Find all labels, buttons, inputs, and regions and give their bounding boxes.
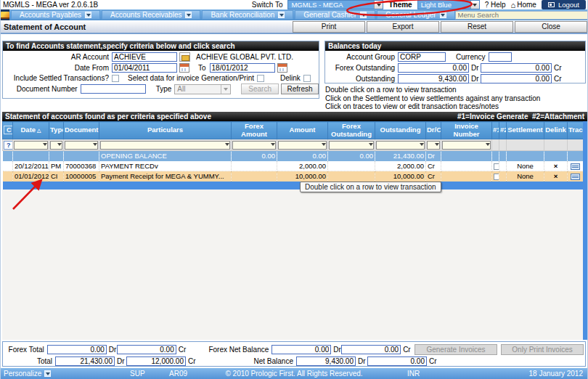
settlement-link[interactable]: None bbox=[507, 161, 544, 171]
column-header-particulars[interactable]: Particulars bbox=[99, 122, 232, 139]
date-to-input[interactable] bbox=[210, 63, 275, 73]
menu-general-cashier[interactable]: General Cashier bbox=[295, 10, 375, 20]
export-button[interactable]: Export bbox=[367, 21, 439, 33]
table-row-focus-strip[interactable] bbox=[3, 182, 584, 190]
column-header-forex-amount[interactable]: Forex Amount bbox=[232, 122, 277, 139]
column-header-outstanding[interactable]: Outstanding bbox=[375, 122, 426, 139]
column-header-date[interactable]: Date△ bbox=[13, 122, 49, 139]
filter-icon[interactable] bbox=[486, 143, 490, 146]
refresh-button[interactable]: Refresh bbox=[281, 83, 319, 94]
filter-forex-amount-input[interactable] bbox=[232, 141, 276, 150]
menu-search-input[interactable] bbox=[455, 11, 588, 20]
filter-icon[interactable] bbox=[93, 143, 97, 146]
filter-invoice-number-input[interactable] bbox=[442, 141, 491, 150]
help-link[interactable]: ? Help bbox=[485, 1, 506, 9]
account-lookup-icon[interactable] bbox=[179, 52, 190, 62]
calendar-icon[interactable] bbox=[179, 63, 189, 73]
switch-to-select[interactable]: MGMLS - MEGA bbox=[287, 0, 383, 9]
outstanding-cr-input[interactable] bbox=[481, 74, 552, 83]
forex-total-dr-input[interactable] bbox=[47, 345, 107, 354]
filter-help-icon[interactable]: ? bbox=[4, 141, 13, 150]
menu-bank-reconciliation[interactable]: Bank Reconciliation bbox=[202, 10, 293, 20]
column-header-amount[interactable]: Amount bbox=[277, 122, 328, 139]
total-dr-input[interactable] bbox=[55, 356, 115, 366]
row-selector-cell[interactable] bbox=[3, 161, 13, 171]
invoice-generate-checkbox[interactable] bbox=[494, 163, 499, 170]
delink-action[interactable]: × bbox=[544, 171, 568, 182]
print-button[interactable]: Print bbox=[293, 21, 365, 33]
forex-total-cr-input[interactable] bbox=[117, 345, 176, 354]
totals-panel: Forex Total Dr Cr Forex Net Balance Dr C… bbox=[2, 341, 586, 367]
select-invoice-checkbox[interactable] bbox=[257, 75, 264, 82]
logout-button[interactable]: Logout bbox=[542, 0, 586, 9]
app-logo[interactable] bbox=[1, 9, 9, 20]
document-number-input[interactable] bbox=[81, 84, 146, 94]
menu-general-ledger[interactable]: General Ledger bbox=[377, 10, 455, 20]
filter-icon[interactable] bbox=[420, 143, 424, 146]
ar-account-input[interactable] bbox=[112, 52, 177, 62]
row-selector-cell[interactable] bbox=[3, 171, 13, 182]
forex-outstanding-dr-input[interactable] bbox=[398, 63, 469, 73]
reset-button[interactable]: Reset bbox=[441, 21, 513, 33]
traces-icon[interactable] bbox=[571, 174, 580, 180]
column-header-invoice-number[interactable]: Invoice Number bbox=[441, 122, 492, 139]
account-group-input[interactable] bbox=[398, 52, 446, 62]
table-row-opening-balance[interactable]: OPENING BALANCE 0.00 0.00 0.00 21,430.00… bbox=[3, 151, 584, 161]
filter-outstanding-input[interactable] bbox=[376, 141, 425, 150]
forex-outstanding-cr-input[interactable] bbox=[481, 63, 552, 73]
menu-accounts-payables[interactable]: Accounts Payables bbox=[11, 10, 100, 20]
filter-icon[interactable] bbox=[369, 143, 373, 146]
filter-icon[interactable] bbox=[322, 143, 326, 146]
chevron-down-icon[interactable] bbox=[470, 1, 479, 9]
forex-net-dr-input[interactable] bbox=[271, 345, 331, 354]
table-row[interactable]: 20/12/2011 PM 70000368 PAYMENT RECDv 2,0… bbox=[3, 161, 584, 171]
invoice-generate-checkbox[interactable] bbox=[494, 174, 499, 180]
net-balance-cr-input[interactable] bbox=[367, 356, 427, 366]
delink-action[interactable]: × bbox=[544, 161, 568, 171]
table-row-selected[interactable]: 01/01/2012 CI 10000005 Payment Receipt f… bbox=[3, 171, 584, 182]
generate-invoices-button[interactable]: Generate Invoices bbox=[415, 344, 497, 355]
include-settled-checkbox[interactable] bbox=[112, 75, 119, 82]
net-balance-dr-input[interactable] bbox=[296, 356, 356, 366]
column-header-settlement[interactable]: Settlement bbox=[507, 122, 544, 139]
menu-accounts-receivables[interactable]: Accounts Receivables bbox=[102, 10, 200, 20]
chevron-down-icon bbox=[85, 12, 91, 18]
type-select[interactable]: All bbox=[174, 84, 231, 94]
filter-icon[interactable] bbox=[435, 143, 439, 146]
personalize-control[interactable]: Personalize bbox=[4, 370, 51, 378]
traces-icon[interactable] bbox=[571, 163, 580, 170]
column-header-drcr[interactable]: Dr/Cr bbox=[426, 122, 441, 139]
document-number-label: Document Number bbox=[3, 85, 81, 93]
column-header-traces[interactable]: Traces bbox=[568, 122, 584, 139]
close-button[interactable]: Close bbox=[515, 21, 587, 33]
grid-refresh-icon[interactable]: C bbox=[3, 122, 13, 139]
filter-icon[interactable] bbox=[271, 143, 275, 146]
forex-net-cr-input[interactable] bbox=[341, 345, 401, 354]
delink-checkbox[interactable] bbox=[303, 75, 311, 82]
calendar-icon[interactable] bbox=[277, 63, 287, 73]
column-header-document[interactable]: Document bbox=[64, 122, 99, 139]
total-cr-input[interactable] bbox=[126, 356, 186, 366]
currency-input[interactable] bbox=[489, 52, 512, 62]
home-link[interactable]: ⌂ Home bbox=[511, 1, 536, 9]
date-from-input[interactable] bbox=[112, 63, 177, 73]
chevron-down-icon[interactable] bbox=[374, 1, 383, 9]
only-print-invoices-button[interactable]: Only Print Invoices bbox=[501, 344, 584, 355]
column-header-forex-outstanding[interactable]: Forex Outstanding bbox=[328, 122, 375, 139]
settlement-link[interactable]: None bbox=[507, 171, 544, 182]
filter-amount-input[interactable] bbox=[278, 141, 327, 150]
filter-particulars-input[interactable] bbox=[100, 141, 230, 150]
search-button[interactable]: Search bbox=[241, 83, 279, 94]
grid-scrollbar[interactable] bbox=[583, 121, 587, 340]
row-selector-cell[interactable] bbox=[3, 151, 13, 161]
filter-icon[interactable] bbox=[43, 143, 47, 146]
filter-forex-outstanding-input[interactable] bbox=[329, 141, 374, 150]
filter-icon[interactable] bbox=[57, 143, 62, 146]
filter-icon[interactable] bbox=[225, 143, 229, 146]
column-header-delink[interactable]: Delink bbox=[544, 122, 568, 139]
outstanding-dr-input[interactable] bbox=[398, 74, 469, 83]
column-header-h2[interactable]: #2 bbox=[499, 122, 507, 139]
column-header-h1[interactable]: #1 bbox=[492, 122, 499, 139]
theme-select[interactable]: Light Blue bbox=[417, 0, 480, 9]
column-header-type[interactable]: Type bbox=[49, 122, 64, 139]
